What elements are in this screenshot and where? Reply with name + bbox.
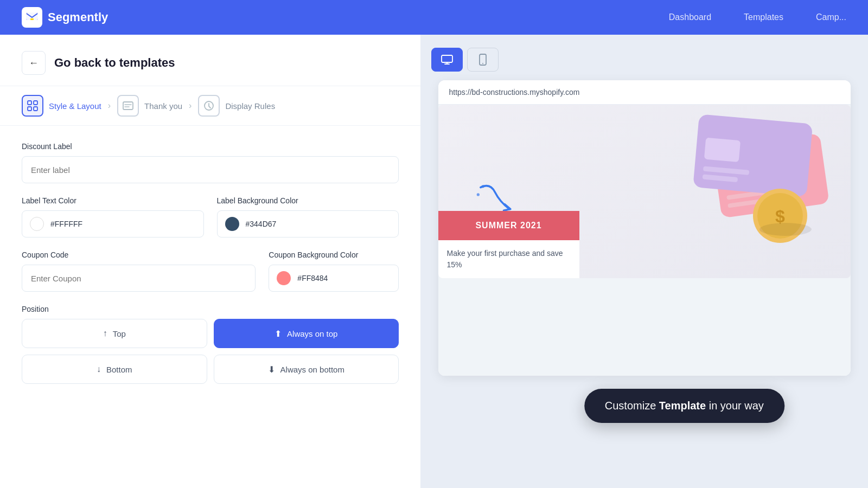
discount-label-group: Discount Label bbox=[22, 142, 399, 183]
position-top-btn[interactable]: ↑ Top bbox=[22, 319, 207, 348]
svg-point-13 bbox=[481, 185, 484, 188]
position-label: Position bbox=[22, 305, 399, 313]
label-bg-color-field[interactable]: #344D67 bbox=[217, 210, 399, 237]
back-arrow-icon: ← bbox=[29, 57, 39, 69]
promo-image-area: $ SUMMER 2021 Make your first purchase a… bbox=[438, 105, 851, 278]
address-bar: https://bd-constructions.myshopify.com bbox=[438, 80, 851, 105]
mobile-view-btn[interactable] bbox=[467, 48, 499, 72]
step-icon-style bbox=[22, 95, 43, 117]
label-text-color-dot bbox=[30, 217, 44, 231]
back-button[interactable]: ← bbox=[22, 51, 46, 75]
position-top-label: Top bbox=[113, 329, 126, 338]
form-section: Discount Label Label Text Color #FFFFFF … bbox=[0, 137, 420, 413]
step-label-style: Style & Layout bbox=[49, 101, 101, 111]
customize-tooltip: Customize Template in your way bbox=[584, 389, 784, 423]
left-panel: ← Go back to templates Style & Layout › bbox=[0, 35, 420, 488]
position-always-top-label: Always on top bbox=[287, 329, 337, 338]
arrow-down-icon: ↓ bbox=[97, 364, 101, 374]
logo-icon bbox=[22, 7, 42, 28]
svg-point-25 bbox=[760, 223, 812, 236]
svg-rect-9 bbox=[442, 55, 452, 62]
discount-label-text: Discount Label bbox=[22, 142, 399, 151]
svg-rect-6 bbox=[34, 107, 37, 111]
arrow-double-up-icon: ⬆ bbox=[275, 329, 282, 339]
nav-camp[interactable]: Camp... bbox=[816, 12, 846, 22]
address-text: https://bd-constructions.myshopify.com bbox=[449, 88, 580, 97]
label-text-color-group: Label Text Color #FFFFFF bbox=[22, 196, 204, 237]
position-always-top-btn[interactable]: ⬆ Always on top bbox=[214, 319, 399, 348]
step-icon-displayrules bbox=[198, 95, 220, 117]
nav-templates[interactable]: Templates bbox=[744, 12, 783, 22]
coupon-bg-color-label: Coupon Background Color bbox=[269, 251, 399, 259]
step-display-rules[interactable]: Display Rules bbox=[198, 95, 275, 117]
coupon-row: Coupon Code Coupon Background Color #FF8… bbox=[22, 251, 399, 292]
svg-rect-2 bbox=[30, 18, 34, 20]
svg-rect-3 bbox=[28, 101, 31, 105]
coupon-bg-color-value: #FF8484 bbox=[297, 274, 328, 282]
discount-label-input[interactable] bbox=[22, 156, 399, 183]
label-text-color-value: #FFFFFF bbox=[50, 220, 82, 228]
color-fields-row: Label Text Color #FFFFFF Label Backgroun… bbox=[22, 196, 399, 251]
step-icon-thankyou bbox=[117, 95, 139, 117]
step-label-thankyou: Thank you bbox=[144, 101, 182, 111]
svg-point-12 bbox=[476, 193, 479, 196]
svg-rect-7 bbox=[123, 102, 133, 110]
nav-dashboard[interactable]: Dashboard bbox=[669, 12, 711, 22]
position-grid: ↑ Top ⬆ Always on top ↓ Bottom ⬇ Always … bbox=[22, 319, 399, 384]
back-section: ← Go back to templates bbox=[0, 35, 420, 86]
tooltip-text-bold: Template bbox=[659, 400, 706, 412]
label-bg-color-label: Label Background Color bbox=[217, 196, 399, 205]
label-bg-color-group: Label Background Color #344D67 bbox=[217, 196, 399, 237]
step-style-layout[interactable]: Style & Layout bbox=[22, 95, 101, 117]
step-arrow-1: › bbox=[108, 101, 111, 111]
coupon-code-group: Coupon Code bbox=[22, 251, 256, 292]
arrow-up-icon: ↑ bbox=[103, 329, 107, 338]
svg-rect-19 bbox=[704, 138, 740, 162]
coupon-bg-color-dot bbox=[277, 271, 291, 285]
position-bottom-label: Bottom bbox=[106, 365, 132, 374]
page-title: Go back to templates bbox=[54, 56, 175, 70]
arrow-double-down-icon: ⬇ bbox=[268, 364, 275, 375]
coupon-bg-color-field[interactable]: #FF8484 bbox=[269, 265, 399, 292]
coupon-code-label: Coupon Code bbox=[22, 251, 256, 259]
promo-badge-area: SUMMER 2021 Make your first purchase and… bbox=[438, 211, 579, 278]
position-bottom-btn[interactable]: ↓ Bottom bbox=[22, 355, 207, 384]
promo-badge: SUMMER 2021 bbox=[438, 211, 579, 240]
svg-point-11 bbox=[482, 63, 483, 64]
coupon-bg-color-group: Coupon Background Color #FF8484 bbox=[269, 251, 399, 292]
label-text-color-label: Label Text Color bbox=[22, 196, 204, 205]
header-nav: Dashboard Templates Camp... bbox=[669, 12, 846, 22]
position-always-bottom-btn[interactable]: ⬇ Always on bottom bbox=[214, 355, 399, 384]
label-bg-color-value: #344D67 bbox=[246, 220, 277, 228]
promo-text: Make your first purchase and save 15% bbox=[438, 240, 579, 278]
logo-text: Segmently bbox=[48, 10, 108, 24]
label-bg-color-dot bbox=[225, 217, 239, 231]
svg-rect-5 bbox=[28, 107, 31, 111]
right-panel: https://bd-constructions.myshopify.com bbox=[420, 35, 868, 488]
label-text-color-field[interactable]: #FFFFFF bbox=[22, 210, 204, 237]
coupon-code-input[interactable] bbox=[22, 265, 256, 292]
step-label-displayrules: Display Rules bbox=[225, 101, 275, 111]
step-arrow-2: › bbox=[189, 101, 192, 111]
svg-rect-4 bbox=[34, 101, 37, 105]
logo-area: Segmently bbox=[22, 7, 108, 28]
steps-nav: Style & Layout › Thank you › bbox=[0, 86, 420, 126]
header: Segmently Dashboard Templates Camp... bbox=[0, 0, 868, 35]
browser-controls bbox=[431, 48, 499, 72]
main-layout: ← Go back to templates Style & Layout › bbox=[0, 35, 868, 488]
position-group: Position ↑ Top ⬆ Always on top ↓ Bottom bbox=[22, 305, 399, 384]
step-thank-you[interactable]: Thank you bbox=[117, 95, 182, 117]
tooltip-text-prefix: Customize bbox=[605, 400, 659, 412]
desktop-view-btn[interactable] bbox=[431, 48, 463, 72]
position-always-bottom-label: Always on bottom bbox=[280, 365, 344, 374]
tooltip-text-suffix: in your way bbox=[706, 400, 764, 412]
browser-mockup: https://bd-constructions.myshopify.com bbox=[438, 80, 851, 376]
preview-area: $ SUMMER 2021 Make your first purchase a… bbox=[438, 105, 851, 376]
